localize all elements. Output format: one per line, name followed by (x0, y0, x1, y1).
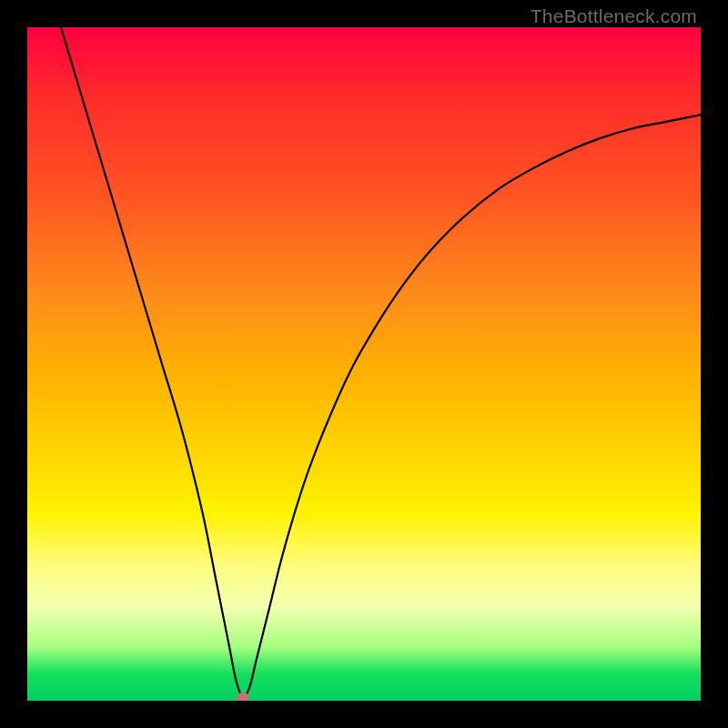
plot-area (27, 27, 701, 701)
watermark-text: TheBottleneck.com (531, 5, 697, 27)
chart-frame: TheBottleneck.com (0, 0, 728, 728)
minimum-marker-icon (237, 693, 249, 701)
bottleneck-curve (27, 27, 701, 701)
